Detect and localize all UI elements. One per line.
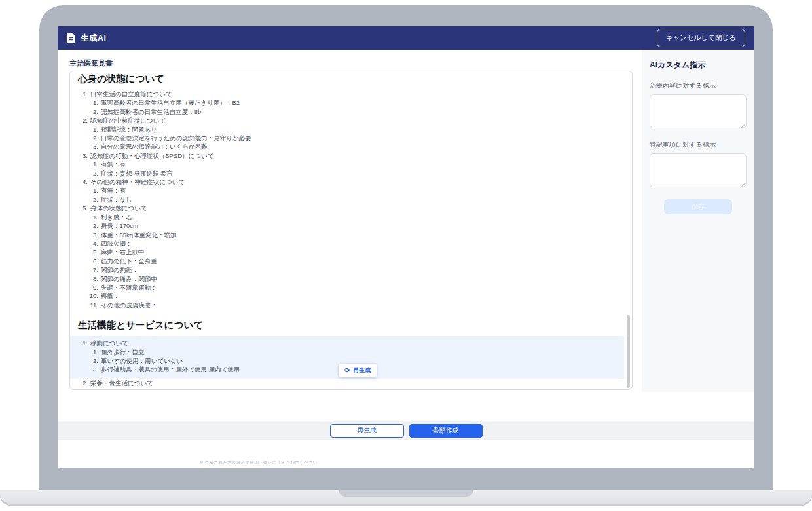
regenerate-button[interactable]: 再生成: [330, 424, 404, 438]
regenerate-chip-label: 再生成: [353, 366, 371, 375]
save-button[interactable]: 保存: [664, 199, 732, 214]
content-line: 2.症状：なし: [78, 195, 624, 204]
content-line: 6.筋力の低下：全身重: [78, 257, 624, 265]
refresh-icon: ⟳: [344, 367, 350, 374]
content-line: 4.四肢欠損：: [78, 239, 624, 248]
content-line: 1.有無：有: [78, 160, 624, 168]
content-line: 2.症状：妄想 昼夜逆転 暴言: [78, 169, 624, 178]
content-line: 3.体重：55kg体重変化：増加: [78, 231, 624, 239]
notes-textarea-wrap: [650, 153, 747, 190]
scrollbar-thumb[interactable]: [627, 315, 630, 388]
treatment-textarea-wrap: [650, 94, 747, 131]
content-line: 4.その他の精神・神経症状について: [78, 178, 624, 186]
content-line: 3.認知症の行動・心理症状（BPSD）について: [78, 151, 624, 160]
app-body: 主治医意見書 心身の状態について1.日常生活の自立度等について1.障害高齢者の日…: [58, 50, 754, 449]
content-line: 1.屋外歩行：自立: [78, 348, 624, 356]
content-line: 2.栄養・食生活について: [78, 379, 624, 387]
fine-print: ※ 生成された内容は必ず確認・修正のうえご利用ください: [200, 460, 318, 466]
content-line: 8.関節の痛み：関節中: [78, 274, 624, 283]
content-line: 1.短期記憶：問題あり: [78, 125, 624, 134]
content-line: 2.日常の意思決定を行うための認知能力：見守りが必要: [78, 134, 624, 142]
laptop-bezel: 生成AI キャンセルして閉じる 主治医意見書 心身の状態について1.日常生活の自…: [39, 5, 773, 490]
treatment-instruction-label: 治療内容に対する指示: [650, 81, 747, 90]
content-group: 1.日常生活の自立度等について1.障害高齢者の日常生活自立度（寝たきり度）：B2…: [78, 90, 624, 309]
content-line: 5.身体の状態について: [78, 204, 624, 212]
create-document-button[interactable]: 書類作成: [409, 424, 483, 438]
content-line: 2.身長：170cm: [78, 221, 624, 230]
content-line: 3.自分の意思の伝達能力：いくらか困難: [78, 142, 624, 151]
ai-custom-instructions-sidebar: AIカスタム指示 治療内容に対する指示 特記事項に対する指示 保存: [642, 50, 754, 392]
footer-bar: 再生成 書類作成: [58, 421, 754, 440]
document-icon: [67, 33, 75, 43]
content-line: 10.褥瘡：: [78, 292, 624, 300]
laptop-screen: 生成AI キャンセルして閉じる 主治医意見書 心身の状態について1.日常生活の自…: [58, 26, 754, 468]
content-line: 1.有無：有: [78, 186, 624, 195]
main-column: 主治医意見書 心身の状態について1.日常生活の自立度等について1.障害高齢者の日…: [58, 50, 642, 449]
content-line: 1.日常生活の自立度等について: [78, 90, 624, 98]
content-line: 2.認知症高齢者の日常生活自立度：IIb: [78, 107, 624, 116]
opinion-document-panel[interactable]: 心身の状態について1.日常生活の自立度等について1.障害高齢者の日常生活自立度（…: [69, 71, 633, 390]
notes-instruction-label: 特記事項に対する指示: [650, 140, 747, 149]
page: 生成AI キャンセルして閉じる 主治医意見書 心身の状態について1.日常生活の自…: [0, 0, 812, 511]
content-line: 1.障害高齢者の日常生活自立度（寝たきり度）：B2: [78, 98, 624, 107]
app-title: 生成AI: [81, 33, 107, 44]
content-group: 2.栄養・食生活について: [78, 379, 624, 387]
content-line: 1.利き腕：右: [78, 213, 624, 221]
document-label: 主治医意見書: [69, 58, 642, 68]
cancel-close-button[interactable]: キャンセルして閉じる: [657, 29, 745, 47]
laptop-base-notch: [339, 490, 473, 497]
regenerate-chip[interactable]: ⟳ 再生成: [339, 364, 377, 377]
app-header: 生成AI キャンセルして閉じる: [58, 26, 754, 50]
section-heading: 生活機能とサービスについて: [78, 319, 624, 331]
notes-instruction-textarea[interactable]: [650, 153, 747, 187]
content-line: 1.移動について: [78, 339, 624, 347]
content-line: 11.その他の皮膚疾患：: [78, 301, 624, 309]
treatment-instruction-textarea[interactable]: [650, 94, 747, 128]
laptop-base: [0, 490, 812, 506]
content-line: 7.関節の拘縮：: [78, 265, 624, 274]
section-heading: 心身の状態について: [78, 73, 624, 85]
sidebar-title: AIカスタム指示: [650, 60, 747, 71]
content-line: 2.認知症の中核症状について: [78, 116, 624, 124]
content-line: 9.失調・不随意運動：: [78, 283, 624, 292]
content-line: 5.麻痺：右上肢中: [78, 248, 624, 256]
